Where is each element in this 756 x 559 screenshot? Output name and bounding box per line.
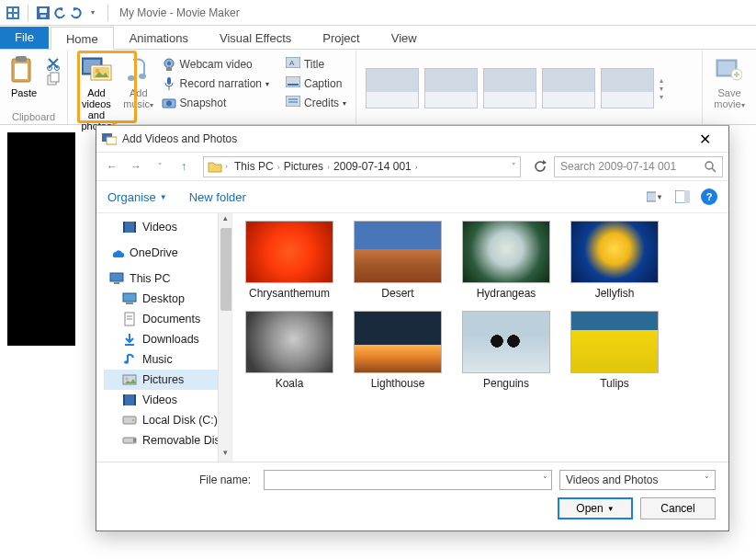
- tree-item-local-disk-c-[interactable]: Local Disk (C:): [104, 410, 231, 430]
- tab-project[interactable]: Project: [307, 26, 375, 49]
- music-note-icon: [124, 56, 153, 86]
- tree-item-this-pc[interactable]: This PC: [104, 268, 231, 289]
- download-icon: [122, 332, 137, 347]
- gallery-up-icon[interactable]: ▴: [660, 76, 663, 85]
- svg-rect-4: [14, 14, 17, 17]
- video-preview: [7, 132, 75, 346]
- add-music-button[interactable]: Add music▾: [123, 52, 154, 111]
- folder-tree[interactable]: VideosOneDriveThis PCDesktopDocumentsDow…: [96, 213, 232, 462]
- svg-rect-63: [134, 394, 136, 405]
- refresh-button[interactable]: [530, 156, 550, 177]
- record-narration-button[interactable]: Record narration▾: [158, 74, 273, 93]
- snapshot-button[interactable]: Snapshot: [158, 94, 273, 112]
- tree-item-pictures[interactable]: Pictures: [104, 370, 231, 390]
- theme-thumb[interactable]: [542, 68, 595, 108]
- redo-icon[interactable]: [69, 6, 84, 20]
- theme-thumb[interactable]: [601, 68, 654, 108]
- gallery-more-icon[interactable]: ▾: [660, 93, 663, 101]
- file-item-lighthouse[interactable]: Lighthouse: [352, 311, 444, 390]
- file-item-tulips[interactable]: Tulips: [569, 311, 660, 390]
- address-bar[interactable]: › This PC›Pictures›2009-07-14 001› ˅: [203, 156, 521, 177]
- back-button[interactable]: ←: [102, 156, 122, 177]
- tree-item-videos[interactable]: Videos: [104, 217, 231, 237]
- breadcrumb-item[interactable]: This PC: [231, 159, 277, 174]
- dialog-titlebar: Add Videos and Photos ✕: [96, 126, 728, 153]
- add-videos-photos-button[interactable]: Add videos and photos: [73, 52, 119, 131]
- file-item-chrysanthemum[interactable]: Chrysanthemum: [243, 221, 335, 300]
- scroll-up-icon[interactable]: ▴: [219, 213, 231, 227]
- file-item-penguins[interactable]: Penguins: [460, 311, 552, 390]
- tab-home[interactable]: Home: [51, 27, 114, 50]
- close-button[interactable]: ✕: [686, 131, 723, 148]
- file-item-jellyfish[interactable]: Jellyfish: [569, 221, 660, 300]
- file-label: Jellyfish: [569, 287, 660, 300]
- preview-pane-button[interactable]: [673, 188, 692, 206]
- recent-dropdown[interactable]: ˅: [150, 156, 170, 177]
- file-item-hydrangeas[interactable]: Hydrangeas: [460, 221, 552, 300]
- chevron-right-icon[interactable]: ›: [415, 163, 418, 172]
- paste-button[interactable]: Paste: [6, 52, 42, 98]
- new-folder-button[interactable]: New folder: [189, 190, 246, 204]
- file-type-filter[interactable]: Videos and Photos˅: [559, 470, 716, 490]
- theme-gallery[interactable]: ▴ ▾ ▾: [362, 52, 696, 124]
- qat-dropdown-icon[interactable]: ▾: [85, 6, 100, 20]
- tab-visual-effects[interactable]: Visual Effects: [204, 26, 307, 49]
- tree-scrollbar[interactable]: ▴ ▾: [218, 213, 231, 462]
- breadcrumb-item[interactable]: 2009-07-14 001: [330, 159, 415, 174]
- tree-item-videos[interactable]: Videos: [104, 390, 231, 410]
- svg-rect-34: [286, 96, 300, 107]
- copy-icon[interactable]: [46, 72, 61, 86]
- organise-button[interactable]: Organise ▼: [107, 190, 167, 204]
- cancel-button[interactable]: Cancel: [640, 497, 716, 519]
- theme-thumb[interactable]: [366, 68, 419, 108]
- theme-thumb[interactable]: [483, 68, 536, 108]
- open-button[interactable]: Open▼: [558, 497, 633, 519]
- ribbon: Paste Clipboard Add videos and photos Ad…: [0, 50, 756, 125]
- view-options-button[interactable]: ▼: [646, 188, 664, 206]
- up-button[interactable]: ↑: [174, 156, 194, 177]
- tree-item-label: OneDrive: [130, 246, 178, 259]
- file-list[interactable]: ChrysanthemumDesertHydrangeasJellyfishKo…: [232, 213, 728, 462]
- tree-item-downloads[interactable]: Downloads: [104, 329, 231, 349]
- file-thumbnail: [354, 311, 442, 373]
- svg-rect-14: [51, 73, 59, 82]
- caption-button[interactable]: Caption: [282, 74, 350, 93]
- tree-item-music[interactable]: Music: [104, 349, 231, 370]
- chevron-down-icon[interactable]: ˅: [705, 475, 709, 485]
- undo-icon[interactable]: [52, 6, 67, 20]
- desktop-icon: [122, 291, 137, 306]
- tab-view[interactable]: View: [376, 26, 433, 49]
- svg-rect-46: [684, 190, 690, 203]
- tree-item-label: Music: [142, 353, 173, 366]
- search-placeholder: Search 2009-07-14 001: [560, 160, 676, 173]
- credits-button[interactable]: Credits▾: [282, 94, 350, 112]
- help-button[interactable]: ?: [701, 188, 717, 205]
- save-icon[interactable]: [36, 6, 51, 20]
- title-button[interactable]: ATitle: [282, 55, 350, 74]
- file-thumbnail: [354, 221, 442, 283]
- svg-point-42: [705, 162, 713, 169]
- scroll-thumb[interactable]: [220, 228, 232, 311]
- search-input[interactable]: Search 2009-07-14 001: [554, 156, 723, 177]
- tree-item-desktop[interactable]: Desktop: [104, 289, 231, 309]
- file-item-desert[interactable]: Desert: [352, 221, 444, 300]
- svg-rect-44: [647, 192, 656, 201]
- save-movie-button[interactable]: Save movie▾: [708, 52, 750, 111]
- file-item-koala[interactable]: Koala: [243, 311, 335, 390]
- theme-thumb[interactable]: [424, 68, 478, 108]
- filename-input[interactable]: ˅: [264, 470, 552, 490]
- chevron-down-icon[interactable]: ˅: [543, 475, 547, 485]
- cut-icon[interactable]: [46, 56, 61, 71]
- svg-rect-49: [134, 222, 136, 233]
- breadcrumb-item[interactable]: Pictures: [280, 159, 327, 174]
- webcam-video-button[interactable]: Webcam video: [158, 55, 273, 74]
- address-dropdown-icon[interactable]: ˅: [512, 162, 516, 171]
- scroll-down-icon[interactable]: ▾: [219, 448, 231, 462]
- title-icon: A: [286, 57, 300, 72]
- tree-item-onedrive[interactable]: OneDrive: [104, 243, 231, 263]
- tab-animations[interactable]: Animations: [114, 26, 204, 49]
- file-tab[interactable]: File: [0, 27, 49, 49]
- tree-item-documents[interactable]: Documents: [104, 309, 231, 329]
- gallery-down-icon[interactable]: ▾: [660, 85, 663, 93]
- tree-item-removable-disk[interactable]: Removable Disk: [104, 430, 231, 451]
